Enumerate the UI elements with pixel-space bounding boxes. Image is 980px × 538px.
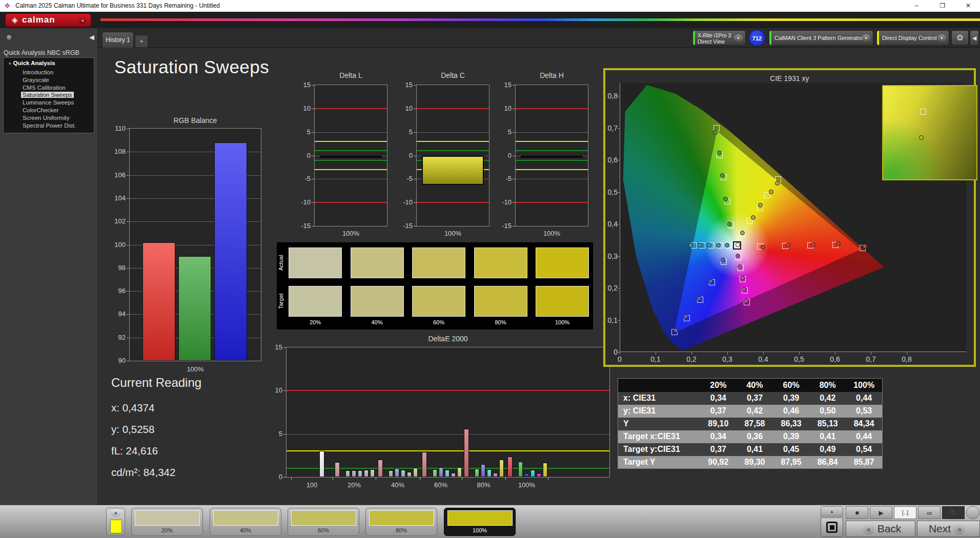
rgb-ytick: [127, 129, 129, 129]
table-cell: 89,30: [737, 456, 773, 469]
deltae-bar: [475, 469, 479, 477]
rgb-ytick-label: 92: [104, 334, 126, 341]
delta_h-gridline: [516, 132, 588, 133]
single-measure-button[interactable]: [‥]: [894, 506, 916, 519]
chevron-down-icon: ▼: [862, 34, 870, 42]
patch-button-60%[interactable]: 60%: [288, 508, 359, 536]
deltae-bar: [507, 457, 513, 477]
cie-measured-green: [727, 222, 732, 226]
table-row: Target x:CIE310,340,360,390,410,44: [618, 430, 883, 443]
table-header-row: 20%40%60%80%100%: [618, 379, 883, 392]
bottom-bar: ▲ 20%40%60%80%100% ▲ ■ ▶ [‥] ∞ ↻ «Back: [0, 505, 980, 538]
calman-window: ❖ Calman 2025 Calman Ultimate for Busine…: [0, 0, 980, 538]
sidebar-item-colorchecker[interactable]: ColorChecker: [21, 107, 60, 113]
table-cell: 85,87: [846, 456, 882, 469]
sidebar-item-spectral-power-dist-[interactable]: Spectral Power Dist.: [21, 122, 77, 129]
patch-button-20%[interactable]: 20%: [131, 508, 203, 536]
patch-button-40%[interactable]: 40%: [210, 508, 281, 536]
extra-transport-button[interactable]: [966, 506, 979, 519]
cie-measured-magenta: [742, 287, 746, 292]
rgb-ytick-label: 102: [104, 218, 126, 225]
current-patch-button[interactable]: ▲: [106, 508, 125, 536]
patch-button-80%[interactable]: 80%: [365, 508, 437, 536]
delta-h-title: Delta H: [515, 71, 588, 79]
deltae-group-label: 100: [297, 481, 328, 489]
deltae-bar: [364, 470, 369, 477]
delta_l-target-line-red: [315, 108, 387, 109]
sidebar-item-screen-uniformity[interactable]: Screen Uniformity: [21, 115, 71, 121]
sidebar-item-luminance-sweeps[interactable]: Luminance Sweeps: [21, 99, 75, 106]
delta_l-ytick-label: 0: [289, 152, 311, 159]
actual-swatch-20%: [289, 247, 342, 278]
deltae-xtick: [462, 477, 462, 480]
page-title: Saturation Sweeps: [114, 57, 269, 77]
row-label: y: CIE31: [618, 405, 700, 418]
delta-c-xlabel: 100%: [416, 230, 489, 237]
add-tab-button[interactable]: +: [135, 35, 148, 48]
cie-measured-blue: [683, 314, 688, 319]
patch-button-100%[interactable]: 100%: [444, 508, 516, 536]
deltae-bar: [422, 452, 427, 477]
calman-menu-button[interactable]: ◈ calman ▼: [5, 13, 91, 27]
rgb-ytick: [127, 338, 129, 338]
close-button[interactable]: ✕: [956, 0, 980, 12]
cie-xtick: [763, 352, 764, 355]
target-swatch-100%: [536, 286, 589, 317]
cie-ytick-label: 0,6: [602, 156, 618, 163]
tree-root-quick-analysis[interactable]: ▾Quick Analysis: [9, 60, 55, 66]
workflow-radio-icon[interactable]: [6, 34, 12, 40]
maximize-button[interactable]: ❐: [931, 0, 954, 12]
sidebar-item-cms-calibration[interactable]: CMS Calibration: [21, 85, 67, 91]
panel-collapse-button[interactable]: ◀: [970, 30, 979, 46]
cie-ytick: [618, 320, 620, 321]
stop-measure-button[interactable]: [821, 518, 843, 537]
table-cell: 0,45: [773, 443, 809, 456]
cie-ytick: [618, 352, 620, 353]
cie-ytick: [618, 160, 620, 160]
tree-expand-icon: ▾: [9, 61, 11, 66]
display-control-dropdown[interactable]: Direct Display Control ▼: [876, 30, 949, 46]
chevron-left-icon: «: [863, 524, 874, 535]
delta-l-title: Delta L: [314, 71, 387, 79]
patch-swatch: [369, 510, 434, 526]
delta_c-ytick-label: 15: [391, 81, 413, 89]
saturation-results-table: 20%40%60%80%100%x: CIE310,340,370,390,42…: [618, 378, 883, 469]
meter-dropdown[interactable]: X-Rite i1Pro 3 Direct View ▼: [692, 30, 746, 46]
reading-x: x: 0,4374: [111, 397, 201, 419]
deltae-bar: [407, 472, 412, 477]
stop-button[interactable]: ■: [846, 506, 868, 519]
delta_h-ytick: [513, 132, 515, 133]
cie-1931-panel: CIE 1931 xy 00,10,20,30,40,50,60,70,800,…: [603, 68, 976, 367]
table-cell: 86,84: [809, 456, 846, 469]
sidebar-item-grayscale[interactable]: Grayscale: [21, 77, 51, 83]
delta_c-ytick-label: -10: [391, 199, 413, 206]
transport-expand-button[interactable]: ▲: [821, 506, 843, 516]
tab-history-1[interactable]: History 1: [102, 32, 134, 48]
repeat-button[interactable]: ↻: [942, 506, 965, 519]
meter-reading-badge[interactable]: 712: [749, 30, 765, 46]
sidebar-item-introduction[interactable]: Introduction: [21, 69, 55, 75]
target-swatch-20%: [289, 286, 342, 317]
delta_l-ytick: [312, 85, 314, 86]
rgb-ytick: [127, 152, 129, 152]
titlebar: ❖ Calman 2025 Calman Ultimate for Busine…: [0, 0, 980, 12]
cie-xtick: [871, 352, 871, 355]
settings-button[interactable]: ⚙: [951, 30, 969, 46]
row-label: Target x:CIE31: [618, 430, 700, 443]
sidebar-item-saturation-sweeps[interactable]: Saturation Sweeps: [21, 92, 74, 98]
rgb-ytick: [127, 221, 129, 222]
delta_c-ytick-label: 0: [391, 152, 413, 159]
continuous-measure-button[interactable]: ∞: [918, 506, 941, 519]
table-row: x: CIE310,340,370,390,420,44: [618, 392, 883, 405]
delta_l-target-line-red: [315, 202, 387, 203]
table-row: Target Y90,9289,3087,9586,8485,87: [618, 456, 883, 469]
back-button[interactable]: «Back: [846, 521, 915, 537]
minimize-button[interactable]: –: [905, 0, 928, 12]
pattern-generator-dropdown[interactable]: CalMAN Client 3 Pattern Generator ▼: [769, 30, 873, 46]
delta_h-ytick: [513, 202, 515, 203]
sidebar-collapse-icon[interactable]: ◀: [89, 33, 94, 41]
next-button[interactable]: Next»: [917, 521, 980, 537]
table-cell: 0,37: [700, 443, 737, 456]
delta_h-target-line-green: [516, 150, 588, 151]
play-button[interactable]: ▶: [870, 506, 892, 519]
